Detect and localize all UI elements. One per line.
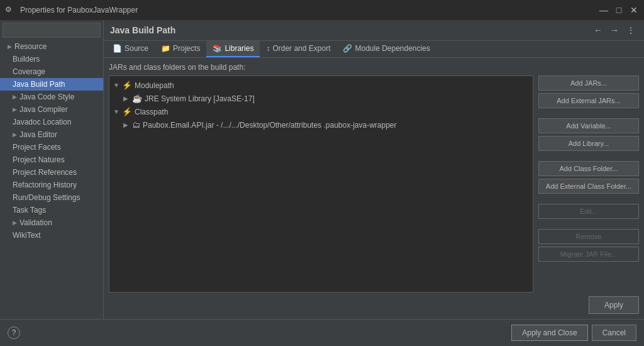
sidebar-item-java-build-path[interactable]: Java Build Path (0, 78, 103, 91)
window-icon: ⚙ (5, 5, 15, 15)
sidebar-item-label: Java Build Path (13, 80, 65, 89)
tree-item-paubox-jar[interactable]: ▶🗂Paubox.Email.API.jar - /.../.../Deskto… (109, 118, 533, 131)
tree-item-modulepath[interactable]: ▼⚡Modulepath (109, 79, 533, 92)
content-body: JARs and class folders on the build path… (104, 58, 644, 319)
tree-item-classpath[interactable]: ▼⚡Classpath (109, 105, 533, 118)
minimize-button[interactable]: — (599, 5, 609, 15)
chevron-icon: ▶ (13, 131, 17, 138)
tab-label: Source (125, 44, 148, 53)
chevron-icon: ▶ (13, 220, 17, 226)
migrate-jar-button: Migrate JAR File... (538, 247, 639, 262)
sidebar-item-builders[interactable]: Builders (0, 53, 103, 65)
sidebar-item-label: Coverage (13, 67, 45, 76)
add-library-button[interactable]: Add Library... (538, 136, 639, 151)
sidebar-item-project-facets[interactable]: Project Facets (0, 141, 103, 153)
nav-forward-button[interactable]: → (608, 24, 621, 36)
button-spacer (538, 111, 639, 116)
nav-menu-button[interactable]: ⋮ (624, 24, 638, 36)
sidebar-item-java-editor[interactable]: ▶Java Editor (0, 128, 103, 141)
tree-item-icon: ⚡ (122, 81, 132, 90)
sidebar-item-label: Project Facets (13, 143, 61, 152)
sidebar-item-label: Validation (19, 218, 52, 227)
window-controls: — □ ✕ (599, 5, 639, 15)
sidebar-items-container: ▶ResourceBuildersCoverageJava Build Path… (0, 40, 103, 242)
tab-label: Libraries (225, 44, 253, 53)
add-external-jars-button[interactable]: Add External JARs... (538, 93, 639, 108)
sidebar-item-label: Project Natures (13, 155, 65, 164)
footer: ? Apply and Close Cancel (0, 319, 644, 346)
module-dependencies-tab-icon: 🔗 (343, 44, 352, 53)
sidebar-item-project-references[interactable]: Project References (0, 166, 103, 179)
sidebar-item-coverage[interactable]: Coverage (0, 65, 103, 78)
cancel-button[interactable]: Cancel (592, 325, 636, 341)
buttons-panel: Add JARs...Add External JARs...Add Varia… (538, 75, 639, 293)
sidebar-search-input[interactable] (3, 23, 101, 38)
footer-left: ? (8, 326, 20, 339)
path-label: JARs and class folders on the build path… (109, 63, 639, 72)
add-jars-button[interactable]: Add JARs... (538, 75, 639, 91)
sidebar-item-java-code-style[interactable]: ▶Java Code Style (0, 91, 103, 103)
window-title: Properties for PauboxJavaWrapper (20, 6, 594, 14)
sidebar-item-label: Java Code Style (19, 92, 74, 101)
tree-item-label: JRE System Library [JavaSE-17] (145, 94, 255, 103)
apply-button[interactable]: Apply (589, 296, 639, 314)
add-variable-button[interactable]: Add Variable... (538, 118, 639, 133)
tree-arrow-icon: ▶ (123, 121, 130, 128)
tree-item-icon: ☕ (132, 94, 142, 103)
sidebar-item-javadoc-location[interactable]: Javadoc Location (0, 116, 103, 128)
projects-tab-icon: 📁 (161, 44, 170, 53)
button-spacer (538, 153, 639, 159)
button-spacer (538, 196, 639, 201)
help-button[interactable]: ? (8, 326, 20, 339)
tree-arrow-icon: ▼ (113, 82, 119, 89)
tree-panel[interactable]: ▼⚡Modulepath▶☕JRE System Library [JavaSE… (109, 75, 533, 293)
tree-item-label: Classpath (135, 108, 168, 116)
apply-and-close-button[interactable]: Apply and Close (511, 325, 587, 341)
order-export-tab-icon: ↕ (266, 44, 270, 53)
sidebar-item-refactoring-history[interactable]: Refactoring History (0, 179, 103, 191)
tab-label: Module Dependencies (355, 44, 430, 53)
tree-item-label: Paubox.Email.API.jar - /.../.../Desktop/… (143, 121, 397, 130)
sidebar-item-label: Java Compiler (19, 105, 68, 114)
sidebar-item-project-natures[interactable]: Project Natures (0, 153, 103, 166)
maximize-button[interactable]: □ (614, 5, 624, 15)
header-nav: ← → ⋮ (591, 24, 638, 36)
tab-source[interactable]: 📄Source (106, 41, 155, 57)
sidebar-item-run-debug-settings[interactable]: Run/Debug Settings (0, 191, 103, 204)
tab-libraries[interactable]: 📚Libraries (206, 41, 260, 57)
sidebar-item-resource[interactable]: ▶Resource (0, 40, 103, 53)
sidebar-item-label: Java Editor (19, 130, 57, 139)
close-button[interactable]: ✕ (629, 5, 639, 15)
chevron-icon: ▶ (8, 43, 12, 50)
content-header: Java Build Path ← → ⋮ (104, 20, 644, 41)
footer-right: Apply and Close Cancel (511, 325, 636, 341)
tree-item-label: Modulepath (135, 81, 174, 90)
tab-order-export[interactable]: ↕Order and Export (260, 41, 336, 57)
nav-back-button[interactable]: ← (591, 24, 605, 36)
button-spacer (538, 221, 639, 226)
tab-label: Order and Export (272, 44, 330, 53)
content-title: Java Build Path (110, 25, 175, 35)
tab-module-dependencies[interactable]: 🔗Module Dependencies (336, 41, 436, 57)
add-external-class-folder-button[interactable]: Add External Class Folder... (538, 179, 639, 194)
sidebar-item-wikitext[interactable]: WikiText (0, 229, 103, 242)
sidebar: ▶ResourceBuildersCoverageJava Build Path… (0, 20, 104, 319)
sidebar-item-task-tags[interactable]: Task Tags (0, 204, 103, 216)
tree-arrow-icon: ▼ (113, 108, 119, 115)
add-class-folder-button[interactable]: Add Class Folder... (538, 161, 639, 176)
sidebar-item-java-compiler[interactable]: ▶Java Compiler (0, 103, 103, 116)
source-tab-icon: 📄 (113, 44, 122, 53)
sidebar-item-label: Resource (14, 42, 47, 51)
tree-item-jre-system-library[interactable]: ▶☕JRE System Library [JavaSE-17] (109, 92, 533, 105)
tab-projects[interactable]: 📁Projects (155, 41, 206, 57)
main-layout: ▶ResourceBuildersCoverageJava Build Path… (0, 20, 644, 319)
chevron-icon: ▶ (13, 106, 17, 113)
sidebar-item-label: Project References (13, 168, 77, 177)
sidebar-item-validation[interactable]: ▶Validation (0, 216, 103, 229)
edit-button: Edit... (538, 204, 639, 219)
sidebar-item-label: Builders (13, 55, 40, 64)
sidebar-item-label: Run/Debug Settings (13, 193, 80, 202)
sidebar-item-label: Task Tags (13, 206, 46, 215)
tab-label: Projects (173, 44, 200, 53)
sidebar-item-label: WikiText (13, 231, 41, 240)
